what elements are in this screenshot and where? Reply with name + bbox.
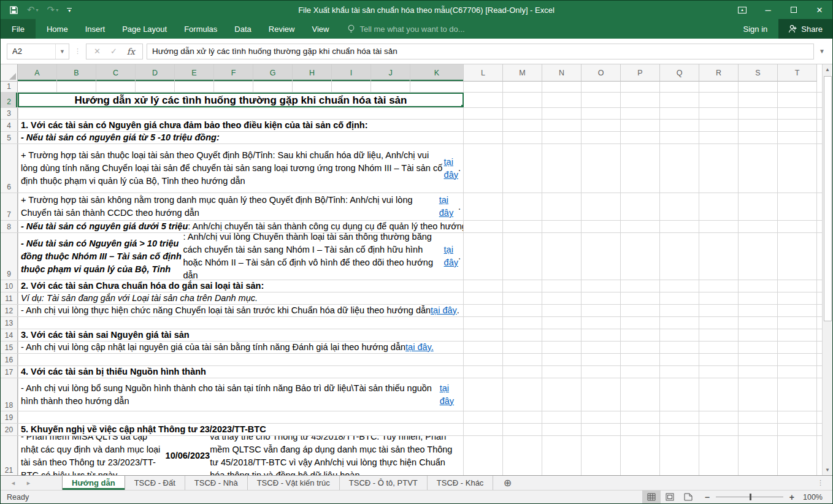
content-cell-row-4[interactable]: 1. Với các tài sản có Nguyên giá chưa đả…: [18, 120, 464, 131]
empty-grid-area-row-5[interactable]: [464, 132, 832, 143]
scroll-up-icon[interactable]: ▲: [823, 64, 832, 75]
row-header-13[interactable]: 13: [1, 317, 18, 329]
row-header-12[interactable]: 12: [1, 305, 18, 316]
cell-J1[interactable]: [371, 82, 410, 92]
cell-G1[interactable]: [253, 82, 293, 92]
cell-H1[interactable]: [293, 82, 332, 92]
row-header-4[interactable]: 4: [1, 120, 18, 131]
hyperlink-tai-day[interactable]: tại đây: [444, 156, 458, 181]
tell-me-box[interactable]: Tell me what you want to do...: [347, 25, 743, 34]
column-header-D[interactable]: D: [136, 64, 175, 82]
empty-grid-area-row-17[interactable]: [464, 366, 832, 378]
selected-cell-A2[interactable]: Hướng dẫn xử lý các tình huống thường gặ…: [18, 93, 464, 107]
sheet-tab-hướng-dẫn[interactable]: Hướng dẫn: [62, 476, 125, 490]
cell-D1[interactable]: [136, 82, 175, 92]
column-header-T[interactable]: T: [778, 64, 817, 82]
row-header-20[interactable]: 20: [1, 424, 18, 435]
column-header-S[interactable]: S: [739, 64, 778, 82]
confirm-entry-icon[interactable]: ✓: [110, 47, 117, 56]
customize-quick-access-icon[interactable]: ▾: [67, 8, 72, 12]
sheet-tab-tscđ-ô-tô-ptvt[interactable]: TSCĐ - Ô tô, PTVT: [340, 476, 428, 490]
name-box[interactable]: A2 ▼: [7, 44, 69, 59]
new-sheet-button[interactable]: ⊕: [493, 476, 521, 490]
content-cell-row-5[interactable]: - Nếu tài sản có nguyên giá từ 5 -10 tri…: [18, 132, 464, 143]
content-cell-row-14[interactable]: 3. Với các tài sản sai Nguyên giá tài sả…: [18, 329, 464, 341]
hyperlink-tai-day[interactable]: tại đây: [431, 305, 457, 316]
ribbon-tab-home[interactable]: Home: [38, 19, 77, 39]
close-button[interactable]: ✕: [807, 1, 832, 19]
column-header-M[interactable]: M: [503, 64, 542, 82]
empty-grid-area-row-14[interactable]: [464, 329, 832, 341]
normal-view-button[interactable]: [642, 491, 661, 503]
empty-grid-area-row-2[interactable]: [464, 93, 832, 107]
column-header-K[interactable]: K: [410, 64, 464, 82]
ribbon-tab-insert[interactable]: Insert: [77, 19, 114, 39]
vertical-scrollbar-thumb[interactable]: [824, 76, 832, 321]
ribbon-tab-data[interactable]: Data: [226, 19, 259, 39]
row-header-17[interactable]: 17: [1, 366, 18, 378]
content-cell-row-8[interactable]: - Nếu tài sản có nguyên giá dưới 5 triệu…: [18, 221, 464, 232]
page-layout-view-button[interactable]: [661, 491, 679, 503]
empty-grid-area-row-6[interactable]: [464, 144, 832, 193]
column-header-G[interactable]: G: [253, 64, 293, 82]
empty-grid-area-row-7[interactable]: [464, 193, 832, 220]
row-header-14[interactable]: 14: [1, 329, 18, 341]
redo-icon[interactable]: ↷▾: [47, 4, 59, 15]
content-cell-row-6[interactable]: + Trường hợp tài sản thuộc loại tài sản …: [18, 144, 464, 193]
column-header-B[interactable]: B: [57, 64, 96, 82]
fill-handle[interactable]: [461, 104, 464, 107]
empty-grid-area-row-10[interactable]: [464, 280, 832, 292]
column-header-E[interactable]: E: [175, 64, 214, 82]
ribbon-tab-formulas[interactable]: Formulas: [175, 19, 226, 39]
row-header-9[interactable]: 9: [1, 233, 18, 280]
undo-icon[interactable]: ↶▾: [27, 4, 39, 15]
minimize-button[interactable]: ─: [755, 1, 781, 19]
sheet-tab-tscđ-khác[interactable]: TSCĐ - Khác: [428, 476, 494, 490]
ribbon-tab-view[interactable]: View: [303, 19, 337, 39]
ribbon-tab-review[interactable]: Review: [260, 19, 304, 39]
zoom-slider[interactable]: [716, 497, 783, 497]
column-header-Q[interactable]: Q: [660, 64, 699, 82]
row-header-15[interactable]: 15: [1, 342, 18, 353]
empty-cells-row-1[interactable]: [18, 82, 464, 92]
column-header-P[interactable]: P: [621, 64, 660, 82]
hyperlink-tai-day[interactable]: tại đây.: [405, 342, 434, 353]
content-cell-row-15[interactable]: - Anh chị vui lòng cập nhật lại nguyên g…: [18, 342, 464, 353]
select-all-button[interactable]: [1, 64, 18, 82]
row-header-3[interactable]: 3: [1, 108, 18, 119]
empty-grid-area-row-1[interactable]: [464, 82, 832, 92]
share-button[interactable]: Share: [778, 19, 832, 39]
row-header-8[interactable]: 8: [1, 221, 18, 232]
scroll-down-icon[interactable]: ▼: [823, 465, 832, 475]
column-header-N[interactable]: N: [542, 64, 582, 82]
column-header-J[interactable]: J: [371, 64, 410, 82]
row-header-19[interactable]: 19: [1, 411, 18, 423]
cell-A1[interactable]: [18, 82, 57, 92]
column-header-R[interactable]: R: [699, 64, 739, 82]
row-header-6[interactable]: 6: [1, 144, 18, 193]
row-header-11[interactable]: 11: [1, 292, 18, 304]
ribbon-tab-file[interactable]: File: [1, 19, 36, 39]
insert-function-icon[interactable]: fx: [127, 47, 135, 56]
zoom-in-button[interactable]: +: [789, 492, 794, 502]
column-header-L[interactable]: L: [464, 64, 503, 82]
hyperlink-tai-day[interactable]: tại đây: [440, 382, 461, 408]
column-header-O[interactable]: O: [582, 64, 621, 82]
empty-grid-area-row-4[interactable]: [464, 120, 832, 131]
empty-grid-area-row-19[interactable]: [464, 411, 832, 423]
empty-grid-area-row-16[interactable]: [464, 354, 832, 365]
row-header-5[interactable]: 5: [1, 132, 18, 143]
zoom-slider-thumb[interactable]: [750, 494, 751, 500]
save-icon[interactable]: [9, 6, 18, 15]
cell-B1[interactable]: [57, 82, 96, 92]
expand-formula-bar-icon[interactable]: ▼: [818, 48, 826, 55]
cell-K1[interactable]: [410, 82, 464, 92]
empty-grid-area-row-15[interactable]: [464, 342, 832, 353]
content-cell-row-21[interactable]: - Phần mềm MISA QLTS đã cập nhật các quy…: [18, 436, 464, 475]
column-header-H[interactable]: H: [293, 64, 332, 82]
empty-grid-area-row-12[interactable]: [464, 305, 832, 316]
name-box-dropdown-icon[interactable]: ▼: [55, 44, 69, 59]
empty-grid-area-row-13[interactable]: [464, 317, 832, 329]
content-cell-row-7[interactable]: + Trường hợp tài sản không nằm trong dan…: [18, 193, 464, 220]
content-cell-row-17[interactable]: 4. Với các tài sản bị thiếu Nguồn hình t…: [18, 366, 464, 378]
